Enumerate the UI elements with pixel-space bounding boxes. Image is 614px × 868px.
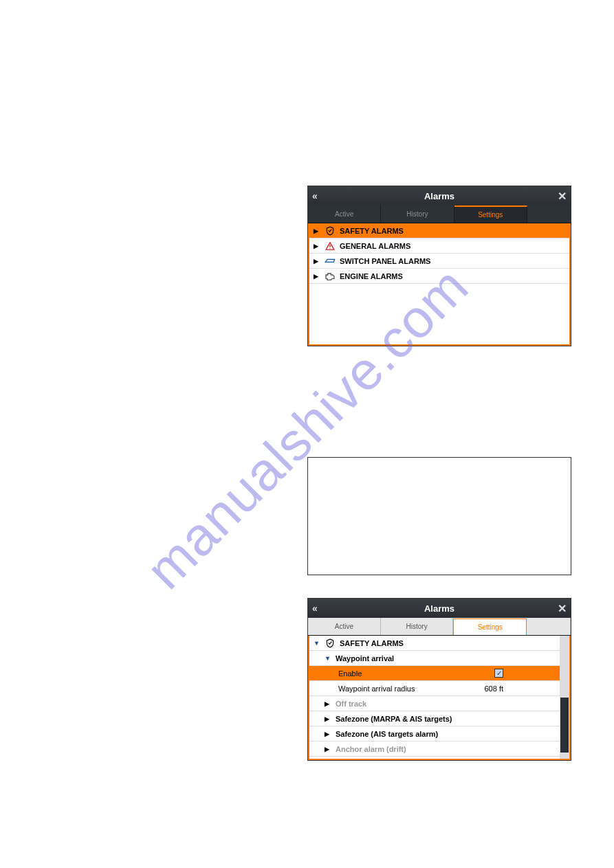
shield-icon xyxy=(325,638,336,648)
collapse-icon: ▼ xyxy=(325,655,331,662)
shield-icon xyxy=(325,226,336,236)
row-enable[interactable]: Enable ✓ xyxy=(309,666,569,681)
row-safezone-marpa[interactable]: ▶ Safezone (MARPA & AIS targets) xyxy=(309,711,569,726)
scrollbar-thumb[interactable] xyxy=(560,698,569,753)
row-safety-alarms[interactable]: ▼ SAFETY ALARMS xyxy=(309,636,569,651)
panel-title: Alarms xyxy=(424,603,454,614)
close-icon[interactable]: ✕ xyxy=(558,190,567,203)
expand-icon: ▶ xyxy=(325,731,331,737)
row-general-alarms[interactable]: ▶ GENERAL ALARMS xyxy=(309,238,569,254)
row-waypoint-radius[interactable]: Waypoint arrival radius 608 ft xyxy=(309,681,569,696)
alarms-panel-settings-collapsed: « Alarms ✕ Active History Settings ▶ SAF… xyxy=(307,186,571,346)
tab-history[interactable]: History xyxy=(381,618,454,635)
row-switch-panel-alarms[interactable]: ▶ SWITCH PANEL ALARMS xyxy=(309,254,569,269)
expand-icon: ▶ xyxy=(314,243,320,249)
expand-icon: ▶ xyxy=(325,746,331,753)
row-label: ENGINE ALARMS xyxy=(340,272,403,280)
enable-checkbox[interactable]: ✓ xyxy=(494,669,503,678)
tab-history[interactable]: History xyxy=(381,205,454,223)
row-label: Waypoint arrival radius xyxy=(338,685,415,693)
engine-icon xyxy=(325,271,336,281)
row-safezone-ais[interactable]: ▶ Safezone (AIS targets alarm) xyxy=(309,726,569,742)
row-label: GENERAL ALARMS xyxy=(340,242,410,250)
row-label: SAFETY ALARMS xyxy=(340,227,404,235)
row-engine-alarms[interactable]: ▶ ENGINE ALARMS xyxy=(309,269,569,284)
scrollbar[interactable] xyxy=(560,636,569,759)
tab-spacer xyxy=(527,205,571,223)
row-safety-alarms[interactable]: ▶ SAFETY ALARMS xyxy=(309,223,569,238)
tab-active[interactable]: Active xyxy=(308,205,381,223)
tab-settings[interactable]: Settings xyxy=(453,619,527,635)
radius-value: 608 ft xyxy=(484,685,503,693)
expand-icon: ▶ xyxy=(325,700,331,707)
svg-point-1 xyxy=(329,247,330,248)
tabs: Active History Settings xyxy=(308,618,571,636)
boat-icon xyxy=(325,256,336,266)
titlebar: « Alarms ✕ xyxy=(308,599,571,618)
row-label: SWITCH PANEL ALARMS xyxy=(340,257,430,265)
row-label: Safezone (MARPA & AIS targets) xyxy=(336,715,452,723)
expand-icon: ▶ xyxy=(314,258,320,265)
row-off-track[interactable]: ▶ Off track xyxy=(309,696,569,711)
tabs: Active History Settings xyxy=(308,205,571,223)
blank-panel xyxy=(307,457,571,575)
close-icon[interactable]: ✕ xyxy=(558,602,567,615)
row-waypoint-arrival[interactable]: ▼ Waypoint arrival xyxy=(309,651,569,666)
expand-icon: ▶ xyxy=(314,273,320,280)
row-anchor-alarm[interactable]: ▶ Anchor alarm (drift) xyxy=(309,742,569,757)
back-icon[interactable]: « xyxy=(312,603,318,614)
row-label: Enable xyxy=(338,669,362,678)
row-label: SAFETY ALARMS xyxy=(340,639,404,647)
titlebar: « Alarms ✕ xyxy=(308,186,571,205)
row-label: Anchor alarm (drift) xyxy=(336,745,406,753)
back-icon[interactable]: « xyxy=(312,190,318,201)
collapse-icon: ▼ xyxy=(314,640,320,647)
expand-icon: ▶ xyxy=(314,227,320,234)
settings-list-expanded: ▼ SAFETY ALARMS ▼ Waypoint arrival Enabl… xyxy=(308,636,571,760)
expand-icon: ▶ xyxy=(325,715,331,722)
alarms-panel-settings-expanded: « Alarms ✕ Active History Settings ▼ SAF… xyxy=(307,598,571,761)
tab-active[interactable]: Active xyxy=(308,618,381,635)
tab-settings[interactable]: Settings xyxy=(454,205,527,223)
settings-list: ▶ SAFETY ALARMS ▶ GENERAL ALARMS ▶ SWITC… xyxy=(308,223,571,346)
row-label: Off track xyxy=(336,700,366,708)
tab-spacer xyxy=(527,618,571,635)
warning-triangle-icon xyxy=(325,241,336,251)
row-label: Waypoint arrival xyxy=(336,654,394,663)
row-label: Safezone (AIS targets alarm) xyxy=(336,730,438,738)
panel-title: Alarms xyxy=(424,191,454,201)
